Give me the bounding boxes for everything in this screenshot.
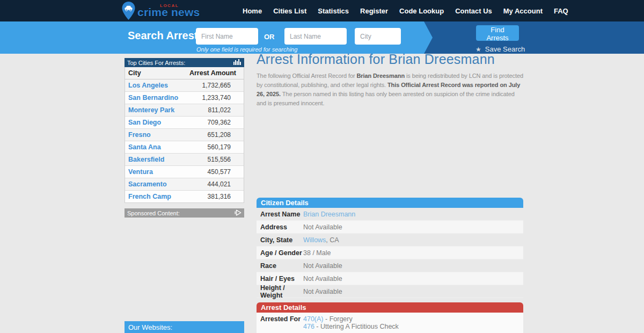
detail-value: Not Available: [303, 275, 342, 283]
detail-value-text: Not Available: [303, 262, 342, 270]
arrest-amount: 1,732,665: [202, 82, 231, 89]
top-city-row: San Diego709,362: [125, 117, 244, 129]
amount-column-header: Arrest Amount: [189, 69, 236, 77]
top-city-row: Sacramento444,021: [125, 178, 244, 191]
first-name-input[interactable]: [196, 28, 258, 45]
charge-code-link[interactable]: 470(A): [303, 315, 324, 323]
nav-link-cities-list[interactable]: Cities List: [273, 7, 306, 15]
city-link[interactable]: Santa Ana: [128, 143, 161, 151]
city-link[interactable]: San Bernardino: [128, 94, 178, 102]
citizen-detail-row: RaceNot Available: [257, 259, 523, 272]
detail-label: Hair / Eyes: [257, 275, 303, 283]
last-name-input[interactable]: [284, 28, 347, 45]
city-input[interactable]: [355, 28, 401, 45]
top-cities-title: Top Cities For Arrests:: [127, 60, 185, 66]
city-link[interactable]: Sacramento: [128, 180, 167, 188]
citizen-detail-row: Hair / EyesNot Available: [257, 272, 523, 285]
our-websites-bar: Our Websites:: [125, 321, 244, 333]
top-city-row: Santa Ana560,179: [125, 141, 244, 154]
intro-text: The person named in this listing has onl…: [257, 91, 515, 106]
top-city-row: Los Angeles1,732,665: [125, 79, 244, 92]
top-city-row: San Bernardino1,233,740: [125, 92, 244, 104]
charge-line: 476 - Uttering A Fictitious Check: [303, 323, 399, 330]
nav-link-my-account[interactable]: My Account: [503, 7, 543, 15]
citizen-details-section: Citizen Details Arrest NameBrian Dreesma…: [257, 198, 523, 298]
top-city-row: Fresno651,208: [125, 129, 244, 141]
arrest-amount: 450,577: [208, 168, 231, 176]
adchoices-icon[interactable]: [235, 209, 241, 217]
detail-value: Not Available: [303, 288, 342, 295]
intro-text: The following Official Arrest Record for: [257, 73, 356, 79]
top-cities-header: Top Cities For Arrests:: [125, 58, 244, 67]
detail-label: Age / Gender: [257, 249, 303, 257]
charge-description: - Uttering A Fictitious Check: [314, 323, 399, 330]
or-label: OR: [264, 33, 275, 41]
sponsored-content-bar: Sponsored Content:: [125, 208, 244, 218]
sponsored-content-label: Sponsored Content:: [127, 210, 180, 216]
charge-description: - Forgery: [324, 315, 353, 323]
arrest-amount: 651,208: [208, 131, 231, 139]
citizen-details-header: Citizen Details: [257, 198, 523, 208]
top-cities-rows: Los Angeles1,732,665San Bernardino1,233,…: [125, 79, 244, 202]
logo-text: LOCAL crime news: [137, 2, 195, 20]
citizen-detail-row: Arrest NameBrian Dreesmann: [257, 208, 523, 221]
city-link[interactable]: San Diego: [128, 119, 161, 126]
find-arrests-button[interactable]: Find Arrests: [476, 25, 519, 41]
detail-value-text: Not Available: [303, 223, 342, 231]
detail-label: City, State: [257, 236, 303, 244]
detail-value: 38 / Male: [303, 249, 331, 257]
charge-code-link[interactable]: 476: [303, 323, 314, 330]
city-link[interactable]: Fresno: [128, 131, 151, 139]
detail-value: Not Available: [303, 262, 342, 270]
city-link[interactable]: Ventura: [128, 168, 153, 176]
detail-label: Height / Weight: [257, 284, 303, 299]
city-link[interactable]: French Camp: [128, 193, 171, 200]
citizen-detail-row: Age / Gender38 / Male: [257, 247, 523, 259]
detail-value-link[interactable]: Willows: [303, 236, 326, 244]
detail-value: Willows, CA: [303, 236, 339, 244]
nav-link-contact-us[interactable]: Contact Us: [455, 7, 492, 15]
top-city-row: French Camp381,316: [125, 191, 244, 202]
charge-line: 470(A) - Forgery: [303, 315, 399, 323]
city-link[interactable]: Monterey Park: [128, 106, 174, 114]
sidebar: Top Cities For Arrests: City Arrest Amou…: [125, 58, 244, 333]
arrested-for-row: Arrested For 470(A) - Forgery476 - Utter…: [257, 313, 523, 333]
arrest-details-header: Arrest Details: [257, 302, 523, 313]
arrest-amount: 560,179: [208, 143, 231, 151]
citizen-detail-row: City, StateWillows, CA: [257, 234, 523, 247]
intro-bold-text: Brian Dreesmann: [356, 73, 405, 79]
search-band: Search Arrests OR Only one field is requ…: [0, 21, 644, 54]
citizen-detail-row: AddressNot Available: [257, 221, 523, 234]
city-link[interactable]: Los Angeles: [128, 82, 168, 89]
city-column-header: City: [128, 69, 141, 77]
map-pin-car-icon: [122, 2, 135, 22]
page: LOCAL crime news HomeCities ListStatisti…: [0, 0, 644, 333]
nav-link-faq[interactable]: FAQ: [554, 7, 568, 15]
arrest-amount: 1,233,740: [202, 94, 231, 102]
arrest-record-intro: The following Official Arrest Record for…: [257, 71, 523, 108]
nav-link-code-lookup[interactable]: Code Lookup: [399, 7, 444, 15]
arrest-details-section: Arrest Details Arrested For 470(A) - For…: [257, 302, 523, 333]
top-cities-column-headers: City Arrest Amount: [125, 67, 244, 79]
main-content: Arrest Information for Brian Dreesmann T…: [257, 52, 523, 333]
arrest-amount: 444,021: [208, 180, 231, 188]
nav-link-home[interactable]: Home: [243, 7, 262, 15]
search-arrests-title: Search Arrests: [128, 30, 204, 42]
detail-value-link[interactable]: Brian Dreesmann: [303, 211, 355, 218]
detail-label: Address: [257, 223, 303, 231]
detail-value: Brian Dreesmann: [303, 211, 355, 218]
nav-links: HomeCities ListStatisticsRegisterCode Lo…: [243, 0, 568, 21]
detail-value-text: Not Available: [303, 275, 342, 283]
nav-link-statistics[interactable]: Statistics: [318, 7, 349, 15]
detail-label: Race: [257, 262, 303, 270]
page-title: Arrest Information for Brian Dreesmann: [257, 52, 523, 67]
arrest-amount: 709,362: [208, 119, 231, 126]
arrest-amount: 811,022: [208, 106, 231, 114]
top-nav: LOCAL crime news HomeCities ListStatisti…: [0, 0, 644, 21]
nav-link-register[interactable]: Register: [360, 7, 388, 15]
city-link[interactable]: Bakersfield: [128, 156, 164, 163]
site-logo[interactable]: LOCAL crime news: [122, 2, 195, 22]
arrested-for-label: Arrested For: [257, 315, 303, 333]
charges-list: 470(A) - Forgery476 - Uttering A Fictiti…: [303, 315, 399, 333]
logo-crime-news-label: crime news: [137, 6, 200, 19]
